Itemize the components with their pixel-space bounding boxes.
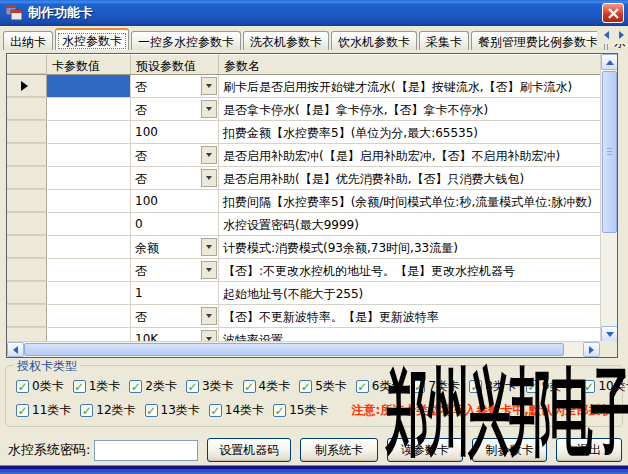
- cell-card-value[interactable]: [47, 121, 131, 143]
- dropdown-button[interactable]: [201, 261, 217, 279]
- scroll-left-icon[interactable]: [7, 342, 24, 357]
- checkbox-checked-icon: ✓: [80, 404, 93, 417]
- cell-card-value[interactable]: [47, 305, 131, 327]
- read-param-card-button[interactable]: 读参数卡: [387, 438, 463, 462]
- chevron-down-icon: [206, 268, 212, 272]
- app-form-icon: [6, 5, 23, 21]
- dropdown-button[interactable]: [201, 77, 217, 95]
- checkbox-type-5[interactable]: ✓5类卡: [299, 378, 347, 395]
- table-row: 否 【否】:不更改水控机的地址号。【是】更改水控机器号: [7, 259, 617, 282]
- cell-card-value[interactable]: [47, 144, 131, 166]
- tab-meal-fee-ratio-param-card[interactable]: 餐别管理费比例参数卡: [471, 31, 605, 50]
- row-selector[interactable]: [7, 167, 47, 189]
- cell-preset-value[interactable]: 否: [131, 75, 219, 97]
- row-selector[interactable]: [7, 259, 47, 281]
- cell-card-value[interactable]: [47, 259, 131, 281]
- system-password-input[interactable]: [94, 440, 198, 461]
- checkbox-type-4[interactable]: ✓4类卡: [243, 378, 291, 395]
- checkbox-type-7[interactable]: ✓7类卡: [412, 378, 460, 395]
- row-selector[interactable]: [7, 98, 47, 120]
- checkbox-type-1[interactable]: ✓1类卡: [73, 378, 121, 395]
- col-header-param-name[interactable]: 参数名: [219, 54, 617, 74]
- cell-preset-value[interactable]: 否: [131, 167, 219, 189]
- table-row: 否 是否启用补助宏冲(【是】启用补助宏冲,【否】不启用补助宏冲): [7, 144, 617, 167]
- tab-scroll-right-icon[interactable]: [614, 28, 628, 42]
- cell-card-value[interactable]: [47, 236, 131, 258]
- horizontal-scrollbar[interactable]: [7, 341, 600, 357]
- table-row: 否 是否拿卡停水(【是】拿卡停水,【否】拿卡不停水): [7, 98, 617, 121]
- tab-water-control-param-card[interactable]: 水控参数卡: [55, 28, 129, 50]
- close-button[interactable]: [602, 3, 624, 23]
- scroll-down-icon[interactable]: [601, 326, 618, 342]
- tab-drinking-machine-param-card[interactable]: 饮水机参数卡: [331, 31, 417, 50]
- cell-param-name: 是否启用补助(【是】优先消费补助,【否】只消费大钱包): [219, 167, 617, 189]
- scroll-up-icon[interactable]: [601, 54, 618, 70]
- checkbox-type-3[interactable]: ✓3类卡: [186, 378, 234, 395]
- cell-card-value[interactable]: [47, 282, 131, 304]
- checkbox-type-9[interactable]: ✓9类卡: [526, 378, 574, 395]
- horizontal-scrollbar-thumb[interactable]: [24, 343, 564, 356]
- checkbox-checked-icon: ✓: [356, 380, 369, 393]
- tab-washing-machine-param-card[interactable]: 洗衣机参数卡: [243, 31, 329, 50]
- vertical-scrollbar[interactable]: [600, 54, 617, 342]
- checkbox-type-0[interactable]: ✓0类卡: [16, 378, 64, 395]
- cell-preset-value[interactable]: 否: [131, 144, 219, 166]
- set-machine-code-button[interactable]: 设置机器码: [207, 438, 291, 462]
- cell-preset-value[interactable]: 否: [131, 98, 219, 120]
- cell-card-value[interactable]: [47, 75, 131, 97]
- checkbox-type-13[interactable]: ✓13类卡: [145, 402, 200, 419]
- tab-multi-water-control-param-card[interactable]: 一控多水控参数卡: [131, 31, 241, 50]
- row-selector[interactable]: [7, 213, 47, 235]
- checkbox-checked-icon: ✓: [243, 380, 256, 393]
- cell-preset-value[interactable]: 否: [131, 305, 219, 327]
- row-selector[interactable]: [7, 190, 47, 212]
- scroll-right-icon[interactable]: [583, 342, 600, 357]
- cell-card-value[interactable]: [47, 167, 131, 189]
- col-header-card-value[interactable]: 卡参数值: [47, 54, 131, 74]
- dropdown-button[interactable]: [201, 100, 217, 118]
- checkbox-type-6[interactable]: ✓6类卡: [356, 378, 404, 395]
- cell-card-value[interactable]: [47, 98, 131, 120]
- cell-card-value[interactable]: [47, 213, 131, 235]
- checkbox-type-8[interactable]: ✓8类卡: [469, 378, 517, 395]
- checkbox-checked-icon: ✓: [412, 380, 425, 393]
- col-header-preset-value[interactable]: 预设参数值: [131, 54, 219, 74]
- dropdown-button[interactable]: [201, 146, 217, 164]
- tab-scroll-left-icon[interactable]: [599, 28, 613, 42]
- dropdown-button[interactable]: [201, 169, 217, 187]
- cell-preset-value[interactable]: 1: [131, 282, 219, 304]
- cell-card-value[interactable]: [47, 190, 131, 212]
- dropdown-button[interactable]: [201, 307, 217, 325]
- row-selector[interactable]: [7, 305, 47, 327]
- make-system-card-button[interactable]: 制系统卡: [300, 438, 378, 462]
- vertical-scrollbar-thumb[interactable]: [602, 71, 617, 233]
- row-selector[interactable]: [7, 75, 47, 97]
- table-row: 否 刷卡后是否启用按开始键才流水(【是】按键流水,【否】刷卡流水): [7, 75, 617, 98]
- make-param-card-button[interactable]: 制参数卡: [472, 438, 548, 462]
- dropdown-button[interactable]: [201, 238, 217, 256]
- cell-preset-value[interactable]: 否: [131, 259, 219, 281]
- checkbox-type-11[interactable]: ✓11类卡: [16, 402, 71, 419]
- checkbox-checked-icon: ✓: [145, 404, 158, 417]
- checkbox-type-12[interactable]: ✓12类卡: [80, 402, 135, 419]
- row-selector[interactable]: [7, 282, 47, 304]
- cell-param-name: 【否】:不更改水控机的地址号。【是】更改水控机器号: [219, 259, 617, 281]
- cell-preset-value[interactable]: 0: [131, 213, 219, 235]
- cell-preset-value[interactable]: 100: [131, 121, 219, 143]
- row-selector[interactable]: [7, 236, 47, 258]
- tab-collection-card[interactable]: 采集卡: [419, 31, 469, 50]
- current-row-pointer-icon: [21, 81, 28, 91]
- checkbox-type-14[interactable]: ✓14类卡: [209, 402, 264, 419]
- row-selector[interactable]: [7, 144, 47, 166]
- checkbox-type-10[interactable]: ✓10类卡: [582, 378, 628, 395]
- table-row: 1 起始地址号(不能大于255): [7, 282, 617, 305]
- exit-button[interactable]: 退出: [556, 438, 622, 462]
- tab-cashier-card[interactable]: 出纳卡: [3, 31, 53, 50]
- cell-param-name: 计费模式:消费模式(93余额,73时间,33流量): [219, 236, 617, 258]
- cell-preset-value[interactable]: 余额: [131, 236, 219, 258]
- row-selector[interactable]: [7, 121, 47, 143]
- checkbox-type-15[interactable]: ✓15类卡: [273, 402, 328, 419]
- checkbox-type-2[interactable]: ✓2类卡: [129, 378, 177, 395]
- tab-scroll-arrows: [597, 28, 628, 44]
- cell-preset-value[interactable]: 100: [131, 190, 219, 212]
